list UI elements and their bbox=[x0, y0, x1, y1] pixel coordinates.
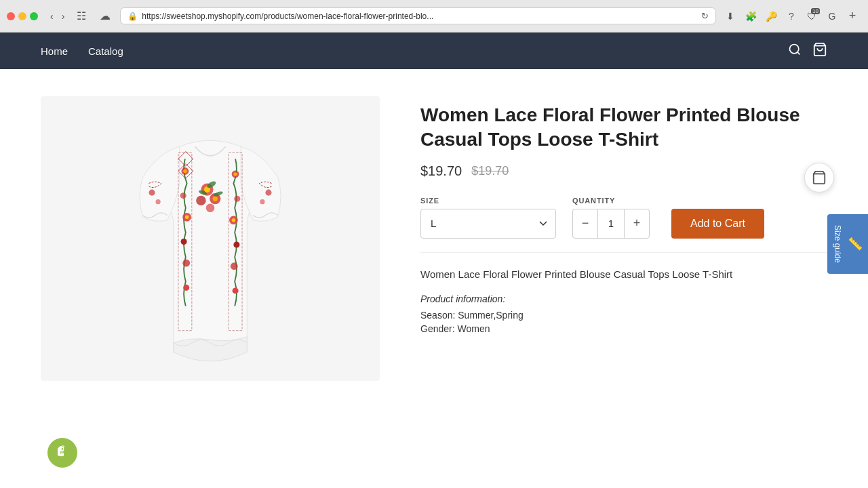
forward-button[interactable]: › bbox=[59, 9, 68, 23]
add-tab-button[interactable]: + bbox=[844, 7, 861, 25]
add-to-cart-button[interactable]: Add to Cart bbox=[671, 209, 764, 239]
info-gender: Gender: Women bbox=[420, 323, 827, 334]
url-bar[interactable]: 🔒 https://sweetshop.myshopify.com/produc… bbox=[120, 7, 716, 24]
page-content: Women Lace Floral Flower Printed Blouse … bbox=[0, 69, 868, 408]
size-option-group: SIZE XS S M L XL XXL bbox=[420, 197, 556, 239]
quantity-value: 1 bbox=[597, 209, 625, 239]
size-guide-icon: 📏 bbox=[848, 237, 863, 251]
url-text: https://sweetshop.myshopify.com/products… bbox=[142, 12, 697, 21]
svg-point-32 bbox=[265, 190, 271, 196]
svg-point-17 bbox=[232, 218, 235, 222]
cloud-button[interactable]: ☁ bbox=[96, 8, 115, 24]
nav-links: Home Catalog bbox=[41, 45, 123, 57]
site-nav: Home Catalog bbox=[0, 33, 868, 69]
svg-point-33 bbox=[260, 199, 264, 204]
svg-line-1 bbox=[797, 52, 800, 54]
price-row: $19.70 $19.70 bbox=[420, 163, 827, 179]
help-button[interactable]: ? bbox=[783, 7, 800, 25]
product-image-container bbox=[41, 96, 380, 381]
close-window-button[interactable] bbox=[7, 12, 15, 20]
search-nav-button[interactable] bbox=[788, 43, 802, 60]
cart-nav-button[interactable] bbox=[812, 42, 827, 60]
nav-home-link[interactable]: Home bbox=[41, 45, 68, 57]
product-details: Women Lace Floral Flower Printed Blouse … bbox=[420, 96, 827, 381]
product-title: Women Lace Floral Flower Printed Blouse … bbox=[420, 103, 827, 152]
sidebar-toggle-button[interactable]: ☷ bbox=[73, 8, 90, 24]
download-button[interactable]: ⬇ bbox=[722, 7, 739, 25]
nav-catalog-link[interactable]: Catalog bbox=[88, 45, 123, 57]
password-button[interactable]: 🔑 bbox=[762, 7, 780, 25]
minimize-window-button[interactable] bbox=[18, 12, 26, 20]
svg-point-26 bbox=[206, 203, 215, 212]
size-guide-tab[interactable]: 📏 Size guide bbox=[827, 214, 868, 274]
quantity-option-group: QUANTITY − 1 + bbox=[572, 197, 650, 239]
price-current: $19.70 bbox=[420, 163, 462, 179]
quantity-label: QUANTITY bbox=[572, 197, 650, 205]
browser-chrome: ‹ › ☷ ☁ 🔒 https://sweetshop.myshopify.co… bbox=[0, 0, 868, 33]
quantity-control: − 1 + bbox=[572, 209, 650, 239]
nav-icons bbox=[788, 42, 827, 60]
nav-arrows: ‹ › bbox=[47, 9, 67, 23]
extension-3-button[interactable]: G bbox=[823, 7, 841, 25]
extension-2-button[interactable]: 🛡 10 bbox=[803, 7, 821, 25]
traffic-lights bbox=[7, 12, 38, 20]
svg-point-24 bbox=[213, 197, 218, 201]
options-row: SIZE XS S M L XL XXL QUANTITY − 1 + A bbox=[420, 197, 827, 239]
svg-point-18 bbox=[233, 242, 239, 248]
extensions-button[interactable]: 🧩 bbox=[742, 7, 760, 25]
size-select[interactable]: XS S M L XL XXL bbox=[420, 209, 556, 239]
security-icon: 🔒 bbox=[127, 12, 138, 21]
svg-point-19 bbox=[231, 262, 238, 270]
product-info-heading: Product information: bbox=[420, 293, 827, 304]
quantity-decrease-button[interactable]: − bbox=[573, 209, 597, 239]
svg-point-10 bbox=[182, 260, 190, 267]
svg-point-30 bbox=[149, 190, 155, 196]
svg-point-9 bbox=[181, 239, 187, 245]
price-original: $19.70 bbox=[471, 164, 509, 178]
quantity-increase-button[interactable]: + bbox=[625, 209, 649, 239]
product-image bbox=[95, 110, 326, 367]
svg-point-11 bbox=[183, 285, 189, 291]
size-guide-label: Size guide bbox=[833, 225, 842, 263]
size-label: SIZE bbox=[420, 197, 556, 205]
svg-point-15 bbox=[234, 196, 240, 202]
browser-actions: ⬇ 🧩 🔑 ? 🛡 10 G + bbox=[722, 7, 861, 25]
maximize-window-button[interactable] bbox=[30, 12, 38, 20]
svg-point-8 bbox=[185, 216, 189, 219]
product-image-box bbox=[41, 96, 380, 381]
svg-point-14 bbox=[233, 172, 237, 176]
cart-float-button[interactable] bbox=[804, 163, 834, 192]
svg-point-20 bbox=[233, 287, 239, 293]
svg-point-31 bbox=[155, 199, 160, 204]
description-text: Women Lace Floral Flower Printed Blouse … bbox=[420, 266, 827, 283]
svg-point-5 bbox=[183, 169, 186, 173]
back-button[interactable]: ‹ bbox=[47, 9, 56, 23]
svg-point-6 bbox=[180, 192, 186, 199]
reload-icon[interactable]: ↻ bbox=[701, 11, 709, 21]
svg-point-0 bbox=[790, 44, 799, 53]
product-description: Women Lace Floral Flower Printed Blouse … bbox=[420, 252, 827, 334]
svg-point-25 bbox=[196, 196, 205, 205]
info-season: Season: Summer,Spring bbox=[420, 310, 827, 321]
